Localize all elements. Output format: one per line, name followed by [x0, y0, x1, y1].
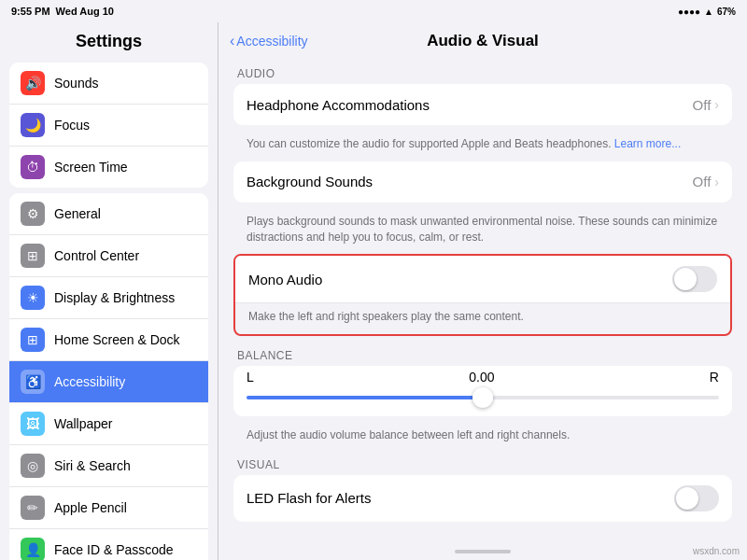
balance-slider-track: [247, 396, 719, 399]
balance-slider-fill: [247, 396, 483, 399]
sidebar-label-wallpaper: Wallpaper: [54, 416, 113, 431]
page-title: Audio & Visual: [427, 32, 539, 50]
balance-center-value: 0.00: [469, 370, 494, 385]
balance-description: Adjust the audio volume balance between …: [233, 422, 732, 451]
screen-time-icon: ⏱: [21, 155, 45, 179]
sidebar-group-2: ⚙ General ⊞ Control Center ☀ Display & B…: [9, 193, 208, 560]
balance-group: L 0.00 R: [233, 366, 732, 416]
balance-right-label: R: [710, 370, 719, 385]
sidebar-item-home-screen[interactable]: ⊞ Home Screen & Dock: [9, 319, 208, 361]
balance-slider-container: [247, 388, 719, 407]
sidebar-item-face-id[interactable]: 👤 Face ID & Passcode: [9, 529, 208, 560]
learn-more-link[interactable]: Learn more...: [614, 137, 681, 150]
face-id-icon: 👤: [21, 538, 45, 560]
sidebar-item-screen-time[interactable]: ⏱ Screen Time: [9, 147, 208, 188]
wallpaper-icon: 🖼: [21, 412, 45, 436]
headphone-accommodations-label: Headphone Accommodations: [247, 97, 430, 113]
balance-section: L 0.00 R: [233, 366, 732, 416]
display-icon: ☀: [21, 286, 45, 310]
background-sounds-value: Off: [693, 174, 712, 189]
background-sounds-row[interactable]: Background Sounds Off ›: [233, 161, 732, 203]
sidebar-label-home-screen: Home Screen & Dock: [54, 332, 180, 347]
signal-icon: ●●●●: [678, 7, 700, 17]
background-sounds-right: Off ›: [693, 174, 719, 189]
general-icon: ⚙: [21, 202, 45, 226]
sidebar-item-apple-pencil[interactable]: ✏ Apple Pencil: [9, 487, 208, 529]
siri-icon: ◎: [21, 454, 45, 478]
battery-level: 67%: [717, 7, 736, 17]
sidebar-label-general: General: [54, 206, 101, 221]
sidebar-item-general[interactable]: ⚙ General: [9, 193, 208, 235]
audio-section-label: AUDIO: [233, 60, 732, 84]
balance-section-label: BALANCE: [233, 342, 732, 366]
apple-pencil-icon: ✏: [21, 496, 45, 520]
led-flash-label: LED Flash for Alerts: [247, 490, 371, 506]
sidebar-item-wallpaper[interactable]: 🖼 Wallpaper: [9, 403, 208, 445]
balance-left-label: L: [247, 370, 254, 385]
status-date: Wed Aug 10: [56, 6, 114, 17]
sidebar-label-face-id: Face ID & Passcode: [54, 542, 174, 557]
scroll-indicator: [455, 550, 511, 553]
accessibility-icon: ♿: [21, 370, 45, 394]
sidebar-item-siri-search[interactable]: ◎ Siri & Search: [9, 445, 208, 487]
sidebar-item-control-center[interactable]: ⊞ Control Center: [9, 235, 208, 277]
focus-icon: 🌙: [21, 113, 45, 137]
wifi-icon: ▲: [704, 7, 713, 17]
sidebar-label-control-center: Control Center: [54, 248, 139, 263]
visual-group: LED Flash for Alerts: [233, 475, 732, 522]
led-flash-row[interactable]: LED Flash for Alerts: [233, 475, 732, 522]
mono-audio-highlighted-container: Mono Audio Make the left and right speak…: [233, 254, 732, 336]
sidebar: Settings 🔊 Sounds 🌙 Focus ⏱ Screen Time …: [0, 22, 218, 560]
settings-content: AUDIO Headphone Accommodations Off › You…: [218, 60, 747, 546]
sidebar-group-1: 🔊 Sounds 🌙 Focus ⏱ Screen Time: [9, 63, 208, 188]
sidebar-item-focus[interactable]: 🌙 Focus: [9, 105, 208, 147]
background-sounds-chevron-icon: ›: [714, 175, 719, 189]
headphone-group: Headphone Accommodations Off ›: [233, 84, 732, 125]
mono-audio-row[interactable]: Mono Audio: [235, 256, 730, 302]
back-chevron-icon: ‹: [230, 33, 234, 49]
mono-audio-description: Make the left and right speakers play th…: [235, 302, 730, 334]
headphone-chevron-icon: ›: [714, 97, 719, 112]
main-layout: Settings 🔊 Sounds 🌙 Focus ⏱ Screen Time …: [0, 22, 747, 560]
headphone-description: You can customize the audio for supporte…: [233, 131, 732, 161]
background-sounds-description: Plays background sounds to mask unwanted…: [233, 208, 732, 255]
sidebar-item-sounds[interactable]: 🔊 Sounds: [9, 63, 208, 105]
background-sounds-group: Background Sounds Off ›: [233, 161, 732, 203]
home-screen-icon: ⊞: [21, 328, 45, 352]
status-bar: 9:55 PM Wed Aug 10 ●●●● ▲ 67%: [0, 0, 747, 22]
sidebar-title: Settings: [0, 22, 218, 57]
content-area: ‹ Accessibility Audio & Visual AUDIO Hea…: [218, 22, 747, 560]
headphone-accommodations-row[interactable]: Headphone Accommodations Off ›: [233, 84, 732, 125]
sidebar-label-siri: Siri & Search: [54, 458, 131, 473]
status-time: 9:55 PM: [11, 6, 50, 17]
led-flash-toggle[interactable]: [674, 485, 719, 511]
balance-labels: L 0.00 R: [247, 370, 719, 385]
sidebar-label-accessibility: Accessibility: [54, 374, 125, 389]
control-center-icon: ⊞: [21, 244, 45, 268]
sidebar-label-focus: Focus: [54, 118, 90, 133]
visual-section-label: VISUAL: [233, 451, 732, 475]
watermark: wsxdn.com: [693, 546, 740, 556]
sidebar-label-screen-time: Screen Time: [54, 160, 128, 175]
sidebar-label-apple-pencil: Apple Pencil: [54, 500, 127, 515]
mono-audio-toggle[interactable]: [672, 266, 717, 292]
sidebar-item-display-brightness[interactable]: ☀ Display & Brightness: [9, 277, 208, 319]
background-sounds-label: Background Sounds: [247, 174, 373, 189]
balance-slider-thumb[interactable]: [472, 387, 493, 408]
sidebar-label-display: Display & Brightness: [54, 290, 175, 305]
headphone-accommodations-right: Off ›: [693, 97, 719, 113]
nav-bar: ‹ Accessibility Audio & Visual: [218, 22, 747, 60]
mono-audio-label: Mono Audio: [248, 272, 322, 287]
sidebar-label-sounds: Sounds: [54, 76, 98, 91]
back-button[interactable]: ‹ Accessibility: [230, 33, 308, 49]
sounds-icon: 🔊: [21, 71, 45, 95]
back-label: Accessibility: [236, 34, 307, 49]
headphone-accommodations-value: Off: [693, 97, 712, 113]
sidebar-item-accessibility[interactable]: ♿ Accessibility: [9, 361, 208, 403]
